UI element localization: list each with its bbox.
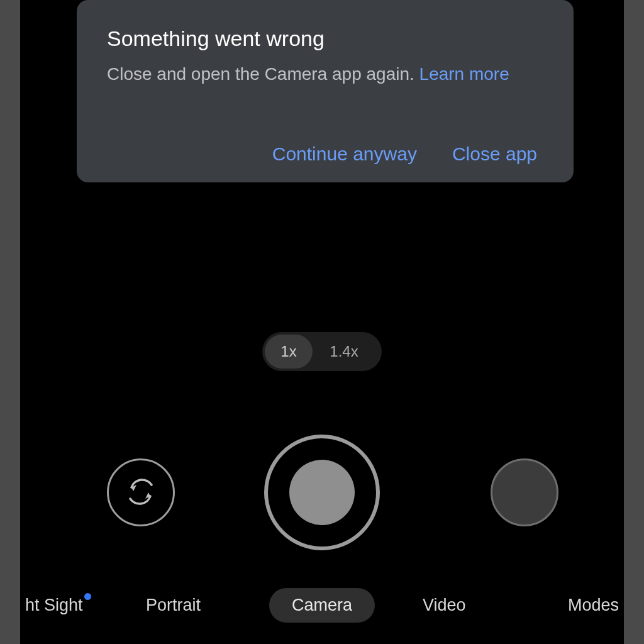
capture-controls [20, 433, 624, 552]
mode-night-label: ht Sight [25, 596, 83, 614]
dialog-message: Close and open the Camera app again. [107, 64, 419, 84]
shutter-button[interactable] [264, 435, 380, 550]
zoom-1-4x-button[interactable]: 1.4x [313, 335, 375, 369]
mode-bar: ht Sight Portrait Camera Video Modes [20, 580, 624, 630]
learn-more-link[interactable]: Learn more [419, 64, 509, 84]
camera-app: Something went wrong Close and open the … [20, 0, 624, 644]
switch-camera-icon [123, 474, 159, 512]
dialog-actions: Continue anyway Close app [107, 143, 543, 165]
continue-anyway-button[interactable]: Continue anyway [272, 143, 417, 165]
mode-night-sight[interactable]: ht Sight [25, 596, 91, 615]
notification-dot-icon [84, 593, 91, 600]
dialog-body: Close and open the Camera app again. Lea… [107, 62, 543, 86]
mode-camera[interactable]: Camera [269, 588, 375, 623]
switch-camera-button[interactable] [107, 458, 175, 526]
error-dialog: Something went wrong Close and open the … [77, 0, 574, 182]
gallery-button[interactable] [491, 458, 558, 526]
mode-video[interactable]: Video [423, 596, 466, 615]
zoom-1x-button[interactable]: 1x [265, 335, 313, 369]
zoom-toggle: 1x 1.4x [262, 332, 382, 371]
mode-modes[interactable]: Modes [568, 596, 619, 615]
mode-portrait[interactable]: Portrait [146, 596, 201, 615]
shutter-icon [289, 460, 355, 525]
dialog-title: Something went wrong [107, 26, 543, 51]
close-app-button[interactable]: Close app [452, 143, 537, 165]
